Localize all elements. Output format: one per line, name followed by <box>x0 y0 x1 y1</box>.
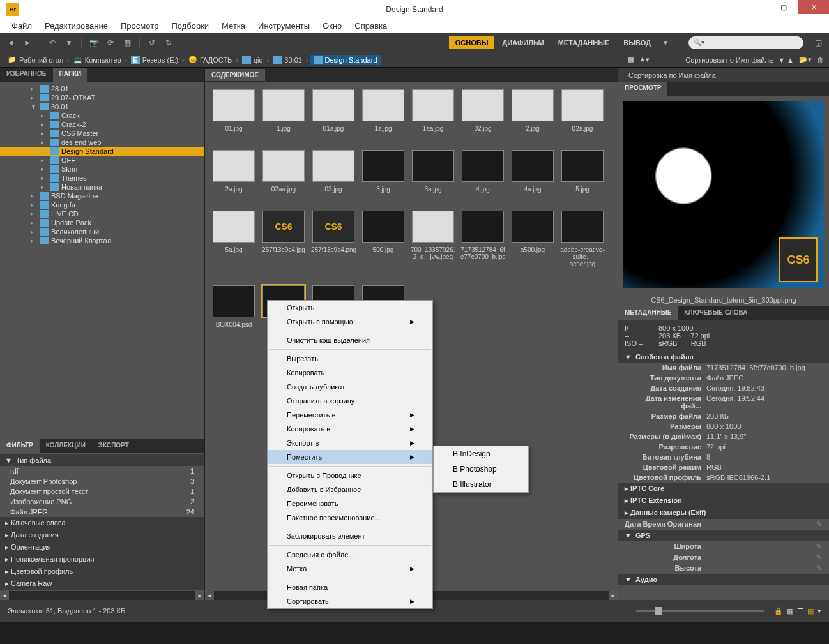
breadcrumb-item[interactable]: qiq <box>240 56 266 64</box>
context-menu-item[interactable]: Новая папка <box>268 580 432 594</box>
filter-type-row[interactable]: Документ Photoshop3 <box>0 476 204 486</box>
lock-icon[interactable]: 🔒 <box>774 607 783 615</box>
preview-tab[interactable]: ПРОСМОТР <box>618 82 667 96</box>
context-menu-item[interactable]: Открыть с помощью▶ <box>268 315 432 329</box>
breadcrumb-item[interactable]: 📁 Рабочий стол <box>5 56 66 64</box>
folder-tree-item[interactable]: ▸OFF <box>0 156 204 165</box>
thumbnail-item[interactable]: 2.jpg <box>512 89 554 132</box>
context-menu-item[interactable]: Сведения о файле... <box>268 548 432 562</box>
filter-tab[interactable]: ФИЛЬТР <box>0 439 40 453</box>
folder-tree-item[interactable]: ▸Crack <box>0 111 204 120</box>
context-menu-item[interactable]: Создать дубликат <box>268 380 432 394</box>
breadcrumb-item[interactable]: 30.01 <box>270 56 305 64</box>
filter-section-header[interactable]: ▸ Ориентация <box>0 541 204 553</box>
minimize-button[interactable]: — <box>740 0 769 14</box>
thumbnail-item[interactable]: 5a.jpg <box>213 211 255 267</box>
submenu-item[interactable]: В Photoshop <box>434 461 528 477</box>
filter-section-header[interactable]: ▸ Дата создания <box>0 529 204 541</box>
sort-label-right[interactable]: Сортировка по Имя файла <box>628 71 716 79</box>
thumbnail-item[interactable]: 4a.jpg <box>512 150 554 193</box>
context-menu-item[interactable]: Сортировать▶ <box>268 594 432 608</box>
folder-tree-item[interactable]: ▸Themes <box>0 174 204 183</box>
context-menu-item[interactable]: Очистить кэш выделения <box>268 333 432 347</box>
context-menu-item[interactable]: Копировать в▶ <box>268 422 432 436</box>
filter-type-row[interactable]: Файл JPEG24 <box>0 507 204 517</box>
back-button[interactable]: ◄ <box>4 36 18 50</box>
breadcrumb-item[interactable]: E Резерв (E:) <box>128 56 181 64</box>
search-input[interactable]: 🔍▾ <box>688 36 803 49</box>
metadata-section-header[interactable]: ▼ GPS <box>618 530 829 541</box>
filter-type-row[interactable]: rdf1 <box>0 466 204 476</box>
filter-type-row[interactable]: Изображение PNG2 <box>0 497 204 507</box>
thumbnail-item[interactable]: 2a.jpg <box>213 150 255 193</box>
workspace-tab[interactable]: ВЫВОД <box>617 36 657 49</box>
workspace-tab[interactable]: ОСНОВЫ <box>449 36 495 49</box>
folder-tree-item[interactable]: ▸Crack-2 <box>0 120 204 129</box>
folder-tree-item[interactable]: ▸CS6 Master <box>0 129 204 138</box>
thumbnail-item[interactable]: CS6257f13c9c4.png <box>312 211 354 267</box>
thumbnail-item[interactable]: 02a.jpg <box>561 89 604 132</box>
thumbnail-item[interactable]: BOX004.psd <box>213 285 255 335</box>
thumbnail-item[interactable]: 7173512784_6f e77c0700_b.jpg <box>462 211 504 267</box>
close-button[interactable]: ✕ <box>798 0 829 14</box>
context-menu-item[interactable]: Добавить в Избранное <box>268 483 432 497</box>
reveal-button[interactable]: ↶ <box>45 36 59 50</box>
context-menu-item[interactable]: Поместить▶ <box>268 450 432 464</box>
thumbnail-item[interactable]: 700_133579261 2_o…jvw.jpeg <box>412 211 454 267</box>
delete-icon[interactable]: 🗑 <box>817 56 824 64</box>
metadata-section-header[interactable]: ▼ Аудио <box>618 574 829 585</box>
thumbnail-item[interactable]: 3a.jpg <box>412 150 454 193</box>
thumbnail-item[interactable]: 4.jpg <box>462 150 504 193</box>
content-tab[interactable]: СОДЕРЖИМОЕ <box>205 69 265 81</box>
metadata-tab[interactable]: МЕТАДАННЫЕ <box>618 306 678 320</box>
context-menu-item[interactable]: Заблокировать элемент <box>268 529 432 543</box>
maximize-button[interactable]: ▢ <box>769 0 798 14</box>
thumbnail-item[interactable]: 1a.jpg <box>362 89 404 132</box>
context-menu-item[interactable]: Экспорт в▶ <box>268 436 432 450</box>
filter-section-header[interactable]: ▸ Попиксельная пропорция <box>0 553 204 565</box>
thumbnail-item[interactable]: 5.jpg <box>561 150 604 193</box>
keywords-tab[interactable]: КЛЮЧЕВЫЕ СЛОВА <box>678 306 754 320</box>
favorites-tab[interactable]: ИЗБРАННОЕ <box>0 68 53 82</box>
context-menu-item[interactable]: Переименовать <box>268 497 432 511</box>
thumbnail-item[interactable]: 01a.jpg <box>312 89 354 132</box>
folder-tree-item[interactable]: ▸Kung.fu <box>0 200 204 209</box>
breadcrumb-item[interactable]: 😠 ГАДОСТЬ <box>186 56 234 64</box>
grid-view-icon[interactable]: ▦ <box>787 607 793 615</box>
export-tab[interactable]: ЭКСПОРТ <box>92 439 135 453</box>
folder-tree-item[interactable]: ▸BSD Magazine <box>0 191 204 200</box>
view-dropdown-icon[interactable]: ▾ <box>818 607 821 615</box>
context-menu-item[interactable]: Копировать <box>268 366 432 380</box>
menu-help[interactable]: Справка <box>348 19 393 33</box>
context-menu-item[interactable]: Отправить в корзину <box>268 394 432 408</box>
folder-tree-item[interactable]: ▸Design Standard <box>0 147 204 156</box>
folder-tree-item[interactable]: ▸29.07- ОТКАТ <box>0 93 204 102</box>
menu-stacks[interactable]: Подборки <box>165 19 215 33</box>
thumbnail-item[interactable]: a500.jpg <box>512 211 554 267</box>
compact-mode-icon[interactable]: ◲ <box>811 36 825 50</box>
thumbnail-item[interactable]: 01.jpg <box>213 89 255 132</box>
list-view-icon[interactable]: ☰ <box>797 607 803 615</box>
folder-tree-item[interactable]: ▸Skrin <box>0 165 204 174</box>
folder-tree[interactable]: ▸28.01▸29.07- ОТКАТ▼30.01▸Crack▸Crack-2▸… <box>0 82 204 439</box>
folder-tree-item[interactable]: ▸28.01 <box>0 84 204 93</box>
thumbnail-item[interactable]: adobe-creative- suite…acher.jpg <box>561 211 604 267</box>
thumbnail-item[interactable]: 3.jpg <box>362 150 404 193</box>
folder-tree-item[interactable]: ▸Великолепный <box>0 227 204 236</box>
folder-tree-item[interactable]: ▼30.01 <box>0 102 204 111</box>
workspace-tab[interactable]: МЕТАДАННЫЕ <box>552 36 616 49</box>
rotate-cw-icon[interactable]: ↻ <box>162 36 176 50</box>
breadcrumb-item[interactable]: 💻 Компьютер <box>71 56 124 64</box>
filter-section-header[interactable]: ▸ Цветовой профиль <box>0 565 204 578</box>
metadata-section-header[interactable]: ▼ Свойства файла <box>618 351 829 363</box>
thumbnail-item[interactable]: 02.jpg <box>462 89 504 132</box>
thumbnail-item[interactable]: 500.jpg <box>362 211 404 267</box>
menu-file[interactable]: Файл <box>5 19 38 33</box>
collections-tab[interactable]: КОЛЛЕКЦИИ <box>40 439 92 453</box>
folder-open-icon[interactable]: 📂▾ <box>799 56 812 64</box>
sort-label[interactable]: Сортировка по Имя файла <box>685 56 773 64</box>
details-view-icon[interactable]: ▦ <box>807 607 814 615</box>
context-menu-item[interactable]: Открыть в Проводнике <box>268 468 432 483</box>
folder-tree-item[interactable]: ▸LIVE CD <box>0 209 204 218</box>
context-menu-item[interactable]: Пакетное переименование... <box>268 511 432 525</box>
